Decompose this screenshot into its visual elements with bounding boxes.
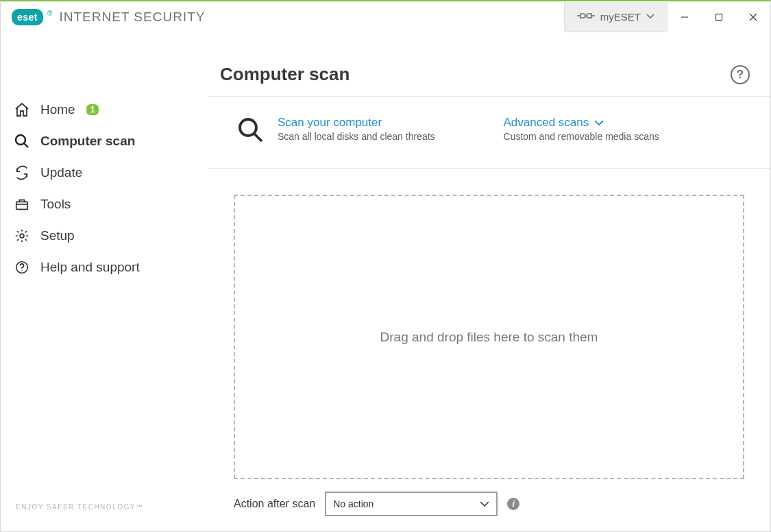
svg-point-5 (21, 270, 22, 271)
brand: eset ® INTERNET SECURITY (12, 9, 205, 25)
scan-options: Scan your computer Scan all local disks … (208, 97, 770, 169)
dropzone-text: Drag and drop files here to scan them (380, 330, 598, 345)
refresh-icon (13, 164, 31, 182)
scan-your-computer-link[interactable]: Scan your computer (278, 116, 435, 130)
sidebar-item-computer-scan[interactable]: Computer scan (1, 125, 208, 157)
minimize-button[interactable] (668, 2, 702, 32)
eset-logo: eset (12, 9, 43, 25)
sidebar-item-setup[interactable]: Setup (1, 220, 208, 252)
body: Home 1 Computer scan Update (1, 32, 770, 531)
product-name: INTERNET SECURITY (59, 10, 205, 25)
sidebar: Home 1 Computer scan Update (1, 32, 208, 531)
plug-icon (577, 10, 595, 23)
help-icon (13, 258, 31, 276)
footer-tagline: ENJOY SAFER TECHNOLOGY™ (1, 503, 208, 531)
sidebar-item-label: Tools (40, 197, 71, 212)
svg-rect-0 (716, 14, 722, 20)
advanced-scans-label: Advanced scans (504, 116, 589, 130)
magnifier-icon (13, 132, 31, 150)
page-help-button[interactable]: ? (731, 65, 750, 84)
home-badge: 1 (86, 104, 99, 115)
svg-point-6 (240, 119, 256, 136)
svg-point-3 (20, 234, 24, 238)
chevron-down-icon (646, 12, 654, 21)
scan-your-computer-subtitle: Scan all local disks and clean threats (278, 131, 435, 142)
myeset-button[interactable]: myESET (564, 2, 668, 32)
sidebar-item-tools[interactable]: Tools (1, 189, 208, 220)
sidebar-item-label: Setup (40, 228, 75, 243)
gear-icon (13, 227, 31, 245)
myeset-label: myESET (600, 11, 641, 23)
sidebar-item-update[interactable]: Update (1, 157, 208, 189)
action-after-scan-label: Action after scan (234, 498, 315, 510)
titlebar: eset ® INTERNET SECURITY myESET (1, 1, 770, 32)
nav: Home 1 Computer scan Update (1, 94, 208, 283)
scan-your-computer-option: Scan your computer Scan all local disks … (236, 116, 490, 145)
toolbox-icon (13, 195, 31, 213)
sidebar-item-label: Update (40, 165, 82, 180)
registered-mark: ® (47, 10, 52, 17)
window-controls (668, 2, 770, 32)
dropzone[interactable]: Drag and drop files here to scan them (234, 195, 744, 479)
sidebar-item-home[interactable]: Home 1 (1, 94, 208, 125)
sidebar-item-help[interactable]: Help and support (1, 252, 208, 283)
advanced-scans-option: Advanced scans Custom and removable medi… (497, 116, 757, 145)
home-icon (13, 101, 31, 119)
main: Computer scan ? Scan your computer Scan … (208, 32, 770, 531)
svg-point-1 (16, 135, 25, 145)
maximize-button[interactable] (702, 2, 736, 32)
sidebar-item-label: Help and support (40, 260, 140, 275)
close-button[interactable] (736, 2, 770, 32)
action-row: Action after scan No action i (208, 479, 770, 531)
sidebar-item-label: Home (40, 102, 75, 117)
page-title: Computer scan (220, 64, 731, 85)
advanced-scans-subtitle: Custom and removable media scans (504, 131, 757, 142)
advanced-scans-link[interactable]: Advanced scans (504, 116, 604, 130)
chevron-down-icon (594, 118, 604, 128)
sidebar-item-label: Computer scan (40, 134, 135, 149)
page-header: Computer scan ? (208, 32, 770, 97)
app-window: eset ® INTERNET SECURITY myESET (0, 0, 771, 532)
action-after-scan-select[interactable]: No action (325, 492, 498, 516)
dropzone-wrap: Drag and drop files here to scan them (208, 169, 770, 479)
info-icon[interactable]: i (507, 498, 519, 510)
svg-rect-2 (16, 202, 28, 209)
action-after-scan-value: No action (333, 498, 374, 509)
chevron-down-icon (480, 499, 489, 509)
magnifier-large-icon (236, 116, 265, 145)
